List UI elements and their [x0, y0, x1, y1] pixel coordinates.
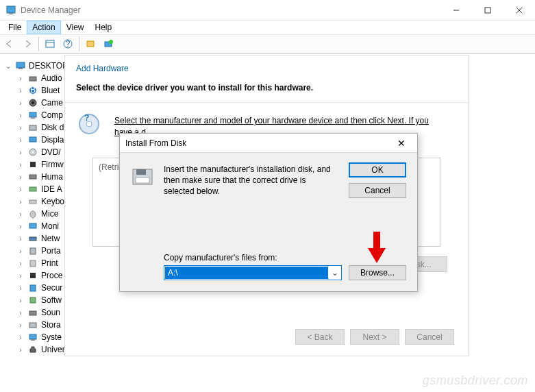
copy-files-label: Copy manufacturer's files from: [164, 253, 406, 262]
expand-icon[interactable]: › [16, 247, 25, 255]
tree-item-label: Huma [41, 172, 63, 182]
tree-item-label: Porta [41, 246, 61, 256]
show-hide-icon[interactable] [42, 36, 58, 52]
expand-icon[interactable]: › [16, 124, 25, 132]
device-category-icon [27, 110, 38, 121]
svg-point-30 [30, 211, 36, 218]
svg-rect-29 [29, 200, 36, 204]
svg-rect-3 [485, 8, 490, 13]
svg-rect-33 [30, 248, 36, 254]
device-category-icon [27, 319, 38, 330]
expand-icon[interactable]: › [16, 284, 25, 292]
tree-item-label: Softw [41, 295, 62, 305]
toolbar-separator [79, 37, 79, 51]
svg-rect-36 [30, 285, 36, 291]
install-from-disk-dialog: Install From Disk ✕ Insert the manufactu… [119, 133, 418, 292]
tree-item-label: Mice [41, 209, 58, 219]
tree-item-label: Comp [41, 110, 63, 120]
expand-icon[interactable]: › [16, 297, 25, 304]
tree-item-label: Displa [41, 135, 64, 145]
tree-item-label: Proce [41, 271, 62, 280]
tree-item-label: Secur [41, 283, 62, 293]
expand-icon[interactable]: › [16, 149, 25, 156]
svg-rect-0 [7, 6, 15, 13]
menu-file[interactable]: File [3, 21, 27, 34]
device-category-icon [27, 282, 38, 293]
ok-button[interactable]: OK [349, 162, 406, 177]
expand-icon[interactable]: › [16, 321, 25, 329]
disc-icon: ? [77, 112, 101, 138]
device-category-icon [27, 97, 38, 108]
help-icon[interactable]: ? [60, 36, 76, 52]
path-value[interactable]: A:\ [165, 267, 328, 279]
cancel-button[interactable]: Cancel [349, 183, 406, 198]
tree-item-label: Disk d [41, 123, 64, 132]
tree-item-label: Firmw [41, 160, 64, 169]
collapse-icon[interactable]: ⌄ [4, 62, 12, 70]
add-hardware-icon[interactable] [100, 36, 116, 52]
toolbar-separator [38, 37, 39, 51]
device-category-icon [27, 147, 38, 158]
tree-item-label: IDE A [41, 184, 62, 194]
app-icon [5, 5, 16, 16]
path-combobox[interactable]: A:\ ⌄ [164, 265, 342, 280]
device-category-icon [27, 245, 38, 256]
dialog-title: Install From Disk [125, 138, 391, 148]
expand-icon[interactable]: › [16, 112, 25, 119]
maximize-button[interactable] [472, 0, 503, 21]
wizard-buttons: < Back Next > Cancel [295, 329, 454, 345]
expand-icon[interactable]: › [16, 235, 25, 243]
device-category-icon [27, 184, 38, 195]
expand-icon[interactable]: › [16, 198, 25, 206]
expand-icon[interactable]: › [16, 161, 25, 169]
device-category-icon: B [27, 85, 38, 96]
tree-item-label: Moni [41, 221, 59, 231]
svg-rect-39 [29, 323, 36, 328]
scan-hardware-icon[interactable] [82, 36, 99, 52]
tree-item-label: Netw [41, 234, 60, 243]
watermark: gsmusbdriver.com [423, 373, 528, 388]
minimize-button[interactable] [440, 0, 472, 21]
svg-point-12 [109, 40, 113, 44]
expand-icon[interactable]: › [16, 346, 25, 354]
back-icon [1, 36, 18, 52]
computer-icon [15, 60, 26, 71]
close-button[interactable] [503, 0, 535, 21]
menu-action[interactable]: Action [27, 21, 60, 34]
device-category-icon [27, 258, 38, 269]
svg-rect-34 [30, 260, 36, 267]
svg-rect-47 [136, 177, 149, 183]
svg-rect-28 [29, 187, 36, 191]
tree-item-label: Syste [41, 332, 62, 342]
next-button[interactable]: Next > [350, 329, 399, 345]
svg-rect-35 [30, 273, 36, 278]
expand-icon[interactable]: › [16, 210, 25, 218]
svg-rect-40 [29, 334, 36, 339]
chevron-down-icon[interactable]: ⌄ [329, 268, 341, 278]
expand-icon[interactable]: › [16, 272, 25, 280]
expand-icon[interactable]: › [16, 186, 25, 193]
toolbar: ? [0, 34, 535, 53]
expand-icon[interactable]: › [16, 99, 25, 107]
cancel-button[interactable]: Cancel [405, 329, 454, 345]
back-button[interactable]: < Back [295, 329, 345, 345]
expand-icon[interactable]: › [16, 260, 25, 267]
expand-icon[interactable]: › [16, 309, 25, 317]
tree-item-label: Audio [41, 73, 62, 83]
svg-point-25 [32, 151, 34, 154]
expand-icon[interactable]: › [16, 223, 25, 230]
dialog-titlebar: Install From Disk ✕ [120, 134, 417, 153]
menu-view[interactable]: View [61, 21, 90, 34]
svg-rect-23 [29, 137, 36, 142]
expand-icon[interactable]: › [16, 75, 25, 82]
menu-help[interactable]: Help [90, 21, 118, 34]
dialog-close-button[interactable]: ✕ [391, 138, 412, 149]
expand-icon[interactable]: › [16, 173, 25, 181]
expand-icon[interactable]: › [16, 334, 25, 341]
svg-rect-10 [87, 41, 94, 47]
device-category-icon [27, 196, 38, 207]
device-category-icon [27, 270, 38, 281]
expand-icon[interactable]: › [16, 87, 25, 95]
browse-button[interactable]: Browse... [349, 265, 406, 280]
expand-icon[interactable]: › [16, 136, 25, 144]
